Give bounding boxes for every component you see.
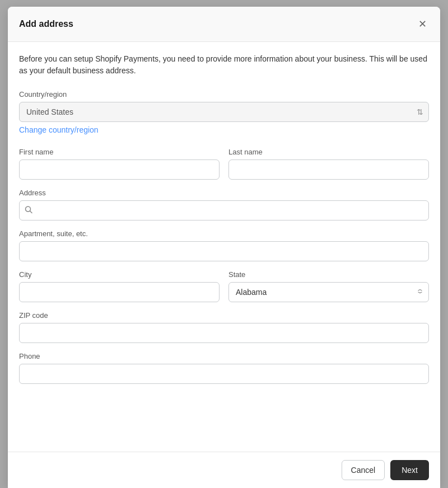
close-button[interactable]: ✕ [416,16,429,32]
state-label: State [228,270,429,279]
address-label: Address [19,189,429,197]
page-wrapper: Add address ✕ Before you can setup Shopi… [0,0,448,488]
phone-label: Phone [19,352,429,360]
address-input[interactable] [19,200,429,220]
modal-title: Add address [19,19,73,29]
svg-line-1 [30,211,32,213]
last-name-input[interactable] [228,159,429,180]
change-country-link[interactable]: Change country/region [19,125,99,134]
close-icon: ✕ [418,18,427,30]
phone-group: Phone [19,352,429,384]
description-text: Before you can setup Shopify Payments, y… [19,53,429,77]
apartment-group: Apartment, suite, etc. [19,229,429,261]
last-name-group: Last name [228,148,429,180]
zip-label: ZIP code [19,311,429,320]
country-group: Country/region ⇅ Change country/region [19,90,429,139]
cancel-button[interactable]: Cancel [342,460,385,480]
city-label: City [19,270,220,279]
name-row: First name Last name [19,148,429,180]
address-input-wrapper [19,200,429,220]
phone-input[interactable] [19,364,429,384]
country-input [19,102,429,122]
zip-group: ZIP code [19,311,429,343]
next-button[interactable]: Next [390,460,429,480]
city-input[interactable] [19,282,220,302]
first-name-input[interactable] [19,159,220,180]
country-label: Country/region [19,90,429,98]
state-select-wrapper: Alabama Alaska Arizona Arkansas Californ… [228,282,429,302]
first-name-label: First name [19,148,220,156]
apartment-label: Apartment, suite, etc. [19,229,429,238]
modal-dialog: Add address ✕ Before you can setup Shopi… [8,7,440,488]
modal-body: Before you can setup Shopify Payments, y… [8,42,440,452]
country-select-wrapper: ⇅ [19,102,429,122]
last-name-label: Last name [228,148,429,156]
city-state-row: City State Alabama Alaska Arizona Arkans… [19,270,429,302]
state-group: State Alabama Alaska Arizona Arkansas Ca… [228,270,429,302]
first-name-group: First name [19,148,220,180]
modal-footer: Cancel Next [8,452,440,488]
search-icon [25,206,32,215]
zip-input[interactable] [19,323,429,343]
modal-header: Add address ✕ [8,7,440,42]
address-group: Address [19,189,429,220]
city-group: City [19,270,220,302]
apartment-input[interactable] [19,241,429,261]
state-select[interactable]: Alabama Alaska Arizona Arkansas Californ… [228,282,429,302]
